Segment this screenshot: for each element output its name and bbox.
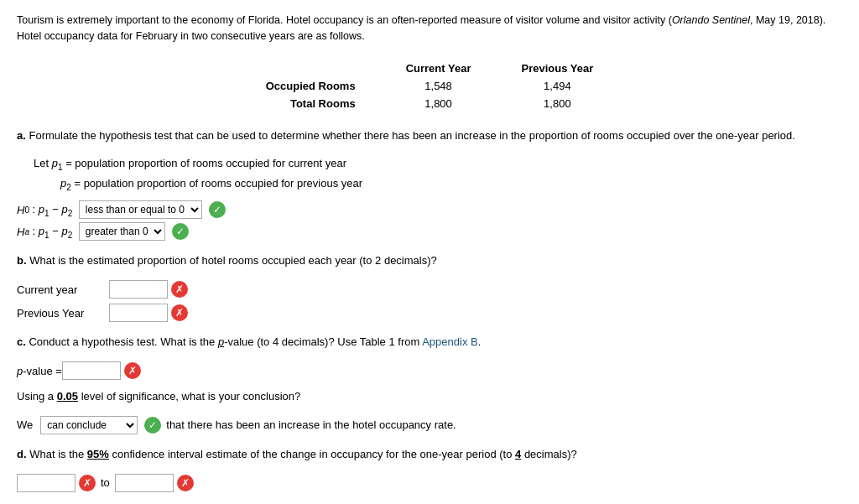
intro-italic: Orlando Sentinel [672,14,750,26]
section-c: c. Conduct a hypothesis test. What is th… [17,334,842,351]
section-d-label: d. [17,448,27,460]
section-a: a. Formulate the hypothesis test that ca… [17,127,842,145]
current-year-x-icon: ✗ [171,281,188,298]
section-d-text3: decimals)? [521,448,576,460]
conf-level: 95% [87,448,109,460]
data-table: Current Year Previous Year Occupied Room… [241,60,618,112]
let-text: Let [34,157,49,169]
conclusion-text2: level of significance, what is your conc… [78,390,300,403]
p1-text: = population proportion of rooms occupie… [65,157,346,169]
pvalue-input[interactable] [62,361,121,380]
section-d: d. What is the 95% confidence interval e… [17,446,842,464]
let-block: Let p1 = population proportion of rooms … [34,154,842,194]
section-c-label: c. [17,335,26,348]
ha-label: H [17,226,24,238]
current-year-row: Current year ✗ [17,280,842,299]
col-current-year: Current Year [381,60,497,77]
let-p2-row: p2 = population proportion of rooms occu… [34,174,842,195]
ha-check-icon: ✓ [172,223,189,240]
conclude-check-icon: ✓ [144,417,161,434]
conclude-select[interactable]: can conclude cannot conclude [40,416,138,434]
ha-select[interactable]: less than 0 equal to 0 greater than 0 no… [79,222,165,241]
previous-year-x-icon: ✗ [171,304,188,321]
current-year-input[interactable] [109,280,168,299]
confidence-interval-row: ✗ to ✗ [17,474,842,492]
section-c-text2: -value (to 4 decimals)? Use Table 1 from [224,335,422,348]
conclusion-level: Using a 0.05 level of significance, what… [17,388,842,406]
section-b: b. What is the estimated proportion of h… [17,252,842,270]
section-a-label: a. [17,129,26,142]
h0-check-icon: ✓ [209,201,226,218]
section-a-text: Formulate the hypothesis test that can b… [29,129,794,142]
table-row-occupied: Occupied Rooms 1,548 1,494 [241,77,618,95]
alpha-value: 0.05 [57,390,78,403]
total-rooms-label: Total Rooms [241,95,381,112]
let-p1-row: Let p1 = population proportion of rooms … [34,154,842,174]
ci-upper-x-icon: ✗ [177,475,194,491]
occupied-current: 1,548 [381,77,497,95]
section-d-text2: confidence interval estimate of the chan… [109,448,515,460]
conclude-text: that there has been an increase in the h… [166,418,456,431]
section-c-text3: . [478,335,482,348]
section-b-label: b. [17,254,27,267]
using-text: Using a [17,390,57,403]
p2-sub: 2 [66,182,71,191]
previous-year-row: Previous Year ✗ [17,304,842,322]
h0-select[interactable]: less than or equal to 0 equal to 0 great… [79,200,202,219]
pvalue-label: p-value = [17,365,62,377]
col-previous-year: Previous Year [496,60,618,77]
total-current: 1,800 [381,95,497,112]
intro-paragraph: Tourism is extremely important to the ec… [17,13,842,44]
ci-lower-x-icon: ✗ [79,475,96,491]
p2-text: = population proportion of rooms occupie… [74,177,362,190]
h0-label: H [17,204,24,216]
ci-upper-input[interactable] [115,474,174,492]
p1-symbol: p [52,157,58,169]
previous-year-label: Previous Year [17,307,109,320]
section-d-text1: What is the [29,448,87,460]
section-b-text: What is the estimated proportion of hote… [29,254,437,267]
ha-row: Ha : p1 − p2 less than 0 equal to 0 grea… [17,222,842,241]
pvalue-x-icon: ✗ [124,362,141,379]
table-row-total: Total Rooms 1,800 1,800 [241,95,618,112]
h0-row: H0 : p1 − p2 less than or equal to 0 equ… [17,200,842,219]
current-year-label: Current year [17,283,109,296]
intro-text1: Tourism is extremely important to the ec… [17,14,672,26]
we-label: We [17,418,33,431]
total-previous: 1,800 [496,95,618,112]
to-label: to [101,476,110,489]
section-c-text1: Conduct a hypothesis test. What is the [29,335,217,348]
appendix-b-link[interactable]: Appendix B [422,335,478,348]
previous-year-input[interactable] [109,304,168,322]
p1-sub: 1 [58,163,63,172]
occupied-rooms-label: Occupied Rooms [241,77,381,95]
ci-lower-input[interactable] [17,474,75,492]
we-conclude-row: We can conclude cannot conclude ✓ that t… [17,416,842,434]
pvalue-row: p-value = ✗ [17,361,842,380]
occupied-previous: 1,494 [496,77,618,95]
